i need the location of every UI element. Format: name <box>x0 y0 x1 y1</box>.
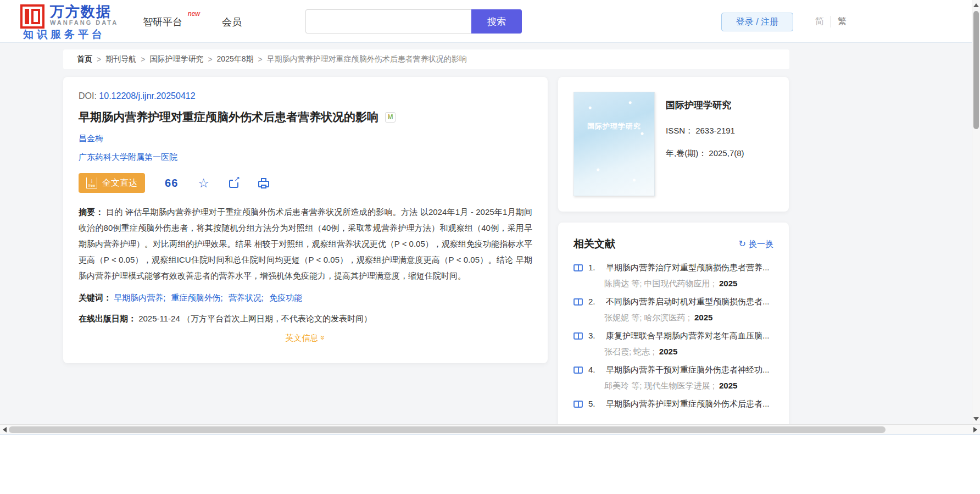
related-item-title-link[interactable]: 1. 早期肠内营养治疗对重型颅脑损伤患者营养... <box>573 263 773 273</box>
scroll-left-arrow[interactable] <box>3 427 7 432</box>
abstract-label: 摘要： <box>79 207 104 217</box>
article-toolbar: ↓ free 全文直达 66 ☆ ↗ <box>79 173 532 193</box>
doi-link[interactable]: 10.12208/j.ijnr.20250412 <box>99 91 195 101</box>
wanfang-logo-icon <box>20 4 44 29</box>
nav-item-label: 智研平台 <box>143 16 182 27</box>
related-item-number: 5. <box>588 399 600 408</box>
scroll-up-arrow[interactable] <box>973 3 979 7</box>
english-info-expander[interactable]: 英文信息» <box>79 333 532 343</box>
related-item-number: 1. <box>588 263 600 272</box>
keyword-link[interactable]: 营养状况 <box>229 293 261 302</box>
keyword-link[interactable]: 免疫功能 <box>269 293 302 302</box>
related-item-title-link[interactable]: 3. 康复护理联合早期肠内营养对老年高血压脑... <box>573 331 773 341</box>
refresh-icon: ↻ <box>739 240 746 248</box>
nav-item-member[interactable]: 会员 <box>222 15 242 29</box>
related-item-title-link[interactable]: 2. 不同肠内营养启动时机对重型颅脑损伤患者... <box>573 297 773 307</box>
breadcrumb-separator: > <box>141 55 145 64</box>
related-item-journal: 哈尔滨医药 ; <box>644 313 690 322</box>
journal-info-card: 国际护理学研究 国际护理学研究 ISSN： 2633-2191 年,卷(期)： … <box>558 77 789 212</box>
related-item-number: 4. <box>588 365 600 374</box>
login-register-button[interactable]: 登录 / 注册 <box>721 13 793 31</box>
logo-text: 万方数据 WANFANG DATA <box>50 4 118 29</box>
author-link[interactable]: 昌金梅 <box>79 134 532 144</box>
breadcrumb-separator: > <box>208 55 212 64</box>
shuffle-refresh-button[interactable]: ↻ 换一换 <box>739 239 773 249</box>
online-date-label: 在线出版日期： <box>79 314 136 323</box>
keyword-separator: ; <box>261 293 264 302</box>
chevron-down-icon: » <box>319 335 328 340</box>
related-item-title: 康复护理联合早期肠内营养对老年高血压脑... <box>606 331 773 341</box>
share-export-icon[interactable]: ↗ <box>229 180 238 188</box>
logo-ring-shape <box>31 9 40 24</box>
breadcrumb-home[interactable]: 首页 <box>77 54 92 64</box>
related-item-authors: 张召霞; <box>604 347 631 356</box>
affiliation-link[interactable]: 广东药科大学附属第一医院 <box>79 152 532 163</box>
journal-cover-image[interactable]: 国际护理学研究 <box>573 92 655 196</box>
free-text: free <box>88 184 95 187</box>
related-item-meta: 陈腾达 等; 中国现代药物应用 ; 2025 <box>604 279 773 289</box>
horizontal-scrollbar[interactable] <box>0 424 980 434</box>
search-button[interactable]: 搜索 <box>471 9 522 34</box>
related-item-title: 不同肠内营养启动时机对重型颅脑损伤患者... <box>606 297 773 307</box>
cite-quote-icon[interactable]: 66 <box>165 177 178 190</box>
book-icon <box>573 367 583 374</box>
breadcrumb-current-article: 早期肠内营养护理对重症颅脑外伤术后患者营养状况的影响 <box>267 54 467 64</box>
fulltext-access-button[interactable]: ↓ free 全文直达 <box>79 173 145 193</box>
brand-name-cn: 万方数据 <box>50 4 118 19</box>
related-item-meta: 张妮妮 等; 哈尔滨医药 ; 2025 <box>604 313 773 323</box>
related-item-journal: 中国现代药物应用 ; <box>644 279 715 288</box>
book-icon <box>573 264 583 271</box>
journal-meta: 国际护理学研究 ISSN： 2633-2191 年,卷(期)： 2025,7(8… <box>666 92 744 197</box>
horizontal-scrollbar-thumb[interactable] <box>9 426 886 433</box>
keyword-link[interactable]: 重症颅脑外伤 <box>171 293 221 302</box>
favorite-star-icon[interactable]: ☆ <box>198 177 209 190</box>
lang-traditional-toggle[interactable]: 繁 <box>831 16 853 27</box>
nav-item-label: 会员 <box>222 16 242 27</box>
related-item-number: 3. <box>588 331 600 340</box>
journal-cover-title: 国际护理学研究 <box>574 121 654 131</box>
breadcrumb-separator: > <box>97 55 101 64</box>
online-publish-date-row: 在线出版日期： 2025-11-24 （万方平台首次上网日期，不代表论文的发表时… <box>79 310 532 326</box>
print-icon[interactable] <box>258 181 269 187</box>
scroll-right-arrow[interactable] <box>973 427 977 432</box>
scroll-down-arrow[interactable] <box>973 417 979 421</box>
breadcrumb-journal-nav[interactable]: 期刊导航 <box>105 54 136 64</box>
keyword-separator: ; <box>163 293 165 302</box>
related-item-title-link[interactable]: 4. 早期肠内营养干预对重症脑外伤患者神经功... <box>573 365 773 375</box>
wanfang-logo[interactable]: 万方数据 WANFANG DATA <box>20 4 118 29</box>
breadcrumb-issue[interactable]: 2025年8期 <box>217 54 254 64</box>
book-icon <box>573 332 583 340</box>
header: 万方数据 WANFANG DATA 知识服务平台 智研平台 new 会员 搜索 … <box>0 0 980 43</box>
related-item-meta: 邱美玲 等; 现代生物医学进展 ; 2025 <box>604 381 773 391</box>
breadcrumb-journal[interactable]: 国际护理学研究 <box>149 54 203 64</box>
keyword-separator: ; <box>221 293 223 302</box>
refresh-label: 换一换 <box>749 239 773 249</box>
journal-name-link[interactable]: 国际护理学研究 <box>666 99 744 112</box>
vertical-scrollbar[interactable] <box>972 0 980 424</box>
breadcrumb: 首页 > 期刊导航 > 国际护理学研究 > 2025年8期 > 早期肠内营养护理… <box>63 49 789 69</box>
brand-name-en: WANFANG DATA <box>50 19 118 26</box>
page: 万方数据 WANFANG DATA 知识服务平台 智研平台 new 会员 搜索 … <box>0 0 980 494</box>
vertical-scrollbar-thumb[interactable] <box>973 11 979 129</box>
free-download-icon: ↓ free <box>86 177 97 188</box>
fulltext-button-label: 全文直达 <box>102 177 137 189</box>
related-literature-card: 相关文献 ↻ 换一换 1. 早期肠内营养治疗对重型颅脑损伤患者营养... 陈腾达… <box>558 223 789 442</box>
related-list: 1. 早期肠内营养治疗对重型颅脑损伤患者营养... 陈腾达 等; 中国现代药物应… <box>573 263 773 424</box>
brand-tagline: 知识服务平台 <box>23 27 105 42</box>
breadcrumb-separator: > <box>258 55 263 64</box>
article-title: 早期肠内营养护理对重症颅脑外伤术后患者营养状况的影响 <box>79 109 378 125</box>
metrics-badge-icon[interactable]: M <box>385 112 396 123</box>
related-item-title: 早期肠内营养护理对重症颅脑外伤术后患者... <box>606 399 773 409</box>
online-date-value: 2025-11-24 <box>138 314 180 323</box>
nav-item-zhiyan-platform[interactable]: 智研平台 new <box>143 15 182 29</box>
related-item-title-link[interactable]: 5. 早期肠内营养护理对重症颅脑外伤术后患者... <box>573 399 773 409</box>
search-input[interactable] <box>305 9 471 34</box>
book-icon <box>573 401 583 408</box>
related-item-authors: 邱美玲 等; <box>604 381 642 390</box>
article-title-row: 早期肠内营养护理对重症颅脑外伤术后患者营养状况的影响 M <box>79 109 532 125</box>
lang-simplified-toggle[interactable]: 简 <box>809 16 831 27</box>
keyword-link[interactable]: 早期肠内营养 <box>114 293 163 302</box>
issn-value: 2633-2191 <box>695 126 735 135</box>
related-item-authors: 张妮妮 等; <box>604 313 642 322</box>
volume-label: 年,卷(期)： <box>666 148 706 158</box>
